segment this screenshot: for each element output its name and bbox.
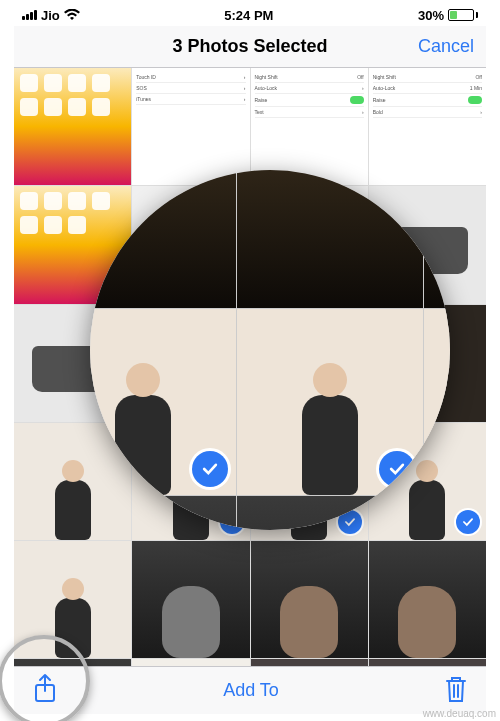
carrier-label: Jio [41,8,60,23]
photo-thumb[interactable] [251,305,368,422]
watermark-label: www.deuaq.com [423,708,496,719]
photos-app-screen: Jio 5:24 PM 30% 3 Photos Selected Cancel… [14,4,486,714]
photo-grid[interactable]: Touch ID›SOS›iTunes› Night ShiftOffAuto-… [14,68,486,714]
photo-thumb[interactable]: Touch ID›SOS›iTunes› [132,68,249,185]
navigation-bar: 3 Photos Selected Cancel [14,26,486,68]
photo-thumb[interactable] [14,186,131,303]
photo-thumb[interactable]: Night ShiftOffAuto-Lock1 MinRaiseBold› [369,68,486,185]
photo-thumb[interactable] [369,186,486,303]
photo-thumb[interactable]: Night ShiftOffAuto-Lock›RaiseText› [251,68,368,185]
clock-label: 5:24 PM [224,8,273,23]
trash-icon [444,675,468,703]
photo-thumb[interactable] [14,68,131,185]
photo-thumb[interactable] [132,305,249,422]
photo-thumb[interactable] [369,305,486,422]
photo-thumb[interactable] [132,541,249,658]
photo-thumb-selected[interactable] [132,423,249,540]
bottom-toolbar: Add To [14,666,486,714]
photo-thumb[interactable] [132,186,249,303]
status-bar: Jio 5:24 PM 30% [14,4,486,26]
add-to-button[interactable]: Add To [223,680,279,701]
cancel-button[interactable]: Cancel [418,26,474,67]
checkmark-icon [456,510,480,534]
wifi-icon [64,9,80,21]
photo-thumb[interactable] [14,423,131,540]
navbar-title: 3 Photos Selected [172,36,327,57]
checkmark-icon [220,510,244,534]
battery-icon [448,9,478,21]
photo-thumb[interactable] [251,541,368,658]
delete-button[interactable] [444,675,468,707]
share-button[interactable] [32,673,58,709]
signal-icon [22,10,37,20]
photo-thumb[interactable] [14,305,131,422]
photo-thumb-selected[interactable] [251,423,368,540]
photo-thumb[interactable] [369,541,486,658]
photo-thumb[interactable] [14,541,131,658]
photo-thumb[interactable] [251,186,368,303]
checkmark-icon [338,510,362,534]
share-icon [32,673,58,705]
photo-thumb-selected[interactable] [369,423,486,540]
battery-pct-label: 30% [418,8,444,23]
